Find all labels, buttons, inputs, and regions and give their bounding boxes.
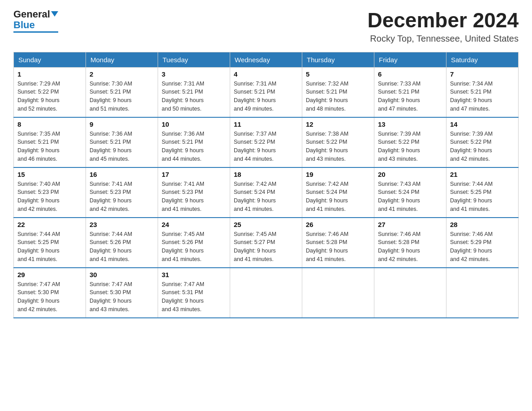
day-number: 12 xyxy=(306,120,370,128)
day-number: 23 xyxy=(90,221,154,228)
day-info: Sunrise: 7:45 AM Sunset: 5:26 PM Dayligh… xyxy=(162,230,226,264)
col-friday: Friday xyxy=(374,52,446,67)
calendar-day-cell: 10 Sunrise: 7:36 AM Sunset: 5:21 PM Dayl… xyxy=(158,117,230,167)
title-section: December 2024 Rocky Top, Tennessee, Unit… xyxy=(367,9,519,44)
calendar-day-cell: 8 Sunrise: 7:35 AM Sunset: 5:21 PM Dayli… xyxy=(14,117,86,167)
calendar-day-cell: 26 Sunrise: 7:46 AM Sunset: 5:28 PM Dayl… xyxy=(302,218,374,268)
day-info: Sunrise: 7:42 AM Sunset: 5:24 PM Dayligh… xyxy=(306,180,370,214)
day-info: Sunrise: 7:46 AM Sunset: 5:28 PM Dayligh… xyxy=(378,230,442,264)
col-thursday: Thursday xyxy=(302,52,374,67)
day-number: 30 xyxy=(90,271,154,278)
calendar-day-cell: 25 Sunrise: 7:45 AM Sunset: 5:27 PM Dayl… xyxy=(230,218,302,268)
day-number: 7 xyxy=(450,70,515,78)
day-number: 10 xyxy=(162,120,226,128)
calendar-day-cell: 11 Sunrise: 7:37 AM Sunset: 5:22 PM Dayl… xyxy=(230,117,302,167)
calendar-day-cell: 27 Sunrise: 7:46 AM Sunset: 5:28 PM Dayl… xyxy=(374,218,446,268)
calendar-day-cell: 15 Sunrise: 7:40 AM Sunset: 5:23 PM Dayl… xyxy=(14,167,86,218)
day-number: 15 xyxy=(17,171,82,178)
day-number: 26 xyxy=(306,221,370,228)
calendar-day-cell: 22 Sunrise: 7:44 AM Sunset: 5:25 PM Dayl… xyxy=(14,218,86,268)
calendar-day-cell: 13 Sunrise: 7:39 AM Sunset: 5:22 PM Dayl… xyxy=(374,117,446,167)
day-info: Sunrise: 7:47 AM Sunset: 5:31 PM Dayligh… xyxy=(162,280,226,314)
calendar-day-cell: 9 Sunrise: 7:36 AM Sunset: 5:21 PM Dayli… xyxy=(86,117,158,167)
calendar-day-cell: 24 Sunrise: 7:45 AM Sunset: 5:26 PM Dayl… xyxy=(158,218,230,268)
calendar-week-row: 15 Sunrise: 7:40 AM Sunset: 5:23 PM Dayl… xyxy=(14,167,519,218)
month-title: December 2024 xyxy=(367,9,519,32)
day-info: Sunrise: 7:29 AM Sunset: 5:22 PM Dayligh… xyxy=(17,80,82,113)
calendar-header-row: Sunday Monday Tuesday Wednesday Thursday… xyxy=(14,52,519,67)
day-number: 28 xyxy=(450,221,515,228)
calendar-day-cell: 6 Sunrise: 7:33 AM Sunset: 5:21 PM Dayli… xyxy=(374,67,446,117)
day-info: Sunrise: 7:31 AM Sunset: 5:21 PM Dayligh… xyxy=(234,80,298,113)
day-info: Sunrise: 7:46 AM Sunset: 5:28 PM Dayligh… xyxy=(306,230,370,264)
day-number: 22 xyxy=(17,221,82,228)
col-saturday: Saturday xyxy=(446,52,519,67)
calendar-day-cell: 12 Sunrise: 7:38 AM Sunset: 5:22 PM Dayl… xyxy=(302,117,374,167)
calendar-day-cell: 3 Sunrise: 7:31 AM Sunset: 5:21 PM Dayli… xyxy=(158,67,230,117)
day-number: 14 xyxy=(450,120,515,128)
day-info: Sunrise: 7:41 AM Sunset: 5:23 PM Dayligh… xyxy=(90,180,154,214)
day-info: Sunrise: 7:35 AM Sunset: 5:21 PM Dayligh… xyxy=(17,130,82,163)
day-info: Sunrise: 7:39 AM Sunset: 5:22 PM Dayligh… xyxy=(378,130,442,163)
day-info: Sunrise: 7:44 AM Sunset: 5:26 PM Dayligh… xyxy=(90,230,154,264)
day-info: Sunrise: 7:43 AM Sunset: 5:24 PM Dayligh… xyxy=(378,180,442,214)
location-subtitle: Rocky Top, Tennessee, United States xyxy=(367,34,519,44)
logo-text: GeneralBlue xyxy=(13,9,58,30)
day-info: Sunrise: 7:38 AM Sunset: 5:22 PM Dayligh… xyxy=(306,130,370,163)
day-info: Sunrise: 7:33 AM Sunset: 5:21 PM Dayligh… xyxy=(378,80,442,113)
day-number: 9 xyxy=(90,120,154,128)
day-number: 11 xyxy=(234,120,298,128)
calendar-day-cell: 17 Sunrise: 7:41 AM Sunset: 5:23 PM Dayl… xyxy=(158,167,230,218)
calendar-day-cell: 18 Sunrise: 7:42 AM Sunset: 5:24 PM Dayl… xyxy=(230,167,302,218)
col-wednesday: Wednesday xyxy=(230,52,302,67)
calendar-day-cell: 1 Sunrise: 7:29 AM Sunset: 5:22 PM Dayli… xyxy=(14,67,86,117)
calendar-day-cell: 4 Sunrise: 7:31 AM Sunset: 5:21 PM Dayli… xyxy=(230,67,302,117)
day-info: Sunrise: 7:39 AM Sunset: 5:22 PM Dayligh… xyxy=(450,130,515,163)
day-number: 6 xyxy=(378,70,442,78)
day-info: Sunrise: 7:32 AM Sunset: 5:21 PM Dayligh… xyxy=(306,80,370,113)
day-info: Sunrise: 7:44 AM Sunset: 5:25 PM Dayligh… xyxy=(17,230,82,264)
day-info: Sunrise: 7:40 AM Sunset: 5:23 PM Dayligh… xyxy=(17,180,82,214)
calendar-table: Sunday Monday Tuesday Wednesday Thursday… xyxy=(13,52,519,318)
day-number: 25 xyxy=(234,221,298,228)
day-info: Sunrise: 7:30 AM Sunset: 5:21 PM Dayligh… xyxy=(90,80,154,113)
day-info: Sunrise: 7:42 AM Sunset: 5:24 PM Dayligh… xyxy=(234,180,298,214)
day-number: 8 xyxy=(17,120,82,128)
calendar-week-row: 29 Sunrise: 7:47 AM Sunset: 5:30 PM Dayl… xyxy=(14,268,519,318)
day-number: 24 xyxy=(162,221,226,228)
calendar-day-cell: 14 Sunrise: 7:39 AM Sunset: 5:22 PM Dayl… xyxy=(446,117,519,167)
calendar-day-cell: 29 Sunrise: 7:47 AM Sunset: 5:30 PM Dayl… xyxy=(14,268,86,318)
day-number: 16 xyxy=(90,171,154,178)
calendar-day-cell: 5 Sunrise: 7:32 AM Sunset: 5:21 PM Dayli… xyxy=(302,67,374,117)
day-number: 27 xyxy=(378,221,442,228)
day-number: 3 xyxy=(162,70,226,78)
day-number: 31 xyxy=(162,271,226,278)
day-info: Sunrise: 7:34 AM Sunset: 5:21 PM Dayligh… xyxy=(450,80,515,113)
day-number: 13 xyxy=(378,120,442,128)
col-tuesday: Tuesday xyxy=(158,52,230,67)
col-sunday: Sunday xyxy=(14,52,86,67)
day-info: Sunrise: 7:44 AM Sunset: 5:25 PM Dayligh… xyxy=(450,180,515,214)
day-number: 20 xyxy=(378,171,442,178)
calendar-day-cell: 23 Sunrise: 7:44 AM Sunset: 5:26 PM Dayl… xyxy=(86,218,158,268)
calendar-day-cell xyxy=(230,268,302,318)
calendar-day-cell: 2 Sunrise: 7:30 AM Sunset: 5:21 PM Dayli… xyxy=(86,67,158,117)
day-info: Sunrise: 7:45 AM Sunset: 5:27 PM Dayligh… xyxy=(234,230,298,264)
calendar-week-row: 22 Sunrise: 7:44 AM Sunset: 5:25 PM Dayl… xyxy=(14,218,519,268)
logo-line xyxy=(13,31,58,33)
day-info: Sunrise: 7:36 AM Sunset: 5:21 PM Dayligh… xyxy=(162,130,226,163)
calendar-day-cell: 16 Sunrise: 7:41 AM Sunset: 5:23 PM Dayl… xyxy=(86,167,158,218)
calendar-day-cell: 19 Sunrise: 7:42 AM Sunset: 5:24 PM Dayl… xyxy=(302,167,374,218)
day-number: 1 xyxy=(17,70,82,78)
calendar-week-row: 1 Sunrise: 7:29 AM Sunset: 5:22 PM Dayli… xyxy=(14,67,519,117)
calendar-day-cell: 28 Sunrise: 7:46 AM Sunset: 5:29 PM Dayl… xyxy=(446,218,519,268)
day-number: 21 xyxy=(450,171,515,178)
day-number: 18 xyxy=(234,171,298,178)
calendar-day-cell: 30 Sunrise: 7:47 AM Sunset: 5:30 PM Dayl… xyxy=(86,268,158,318)
day-info: Sunrise: 7:47 AM Sunset: 5:30 PM Dayligh… xyxy=(17,280,82,314)
calendar-day-cell: 7 Sunrise: 7:34 AM Sunset: 5:21 PM Dayli… xyxy=(446,67,519,117)
calendar-day-cell: 21 Sunrise: 7:44 AM Sunset: 5:25 PM Dayl… xyxy=(446,167,519,218)
day-number: 17 xyxy=(162,171,226,178)
day-number: 19 xyxy=(306,171,370,178)
calendar-day-cell xyxy=(302,268,374,318)
